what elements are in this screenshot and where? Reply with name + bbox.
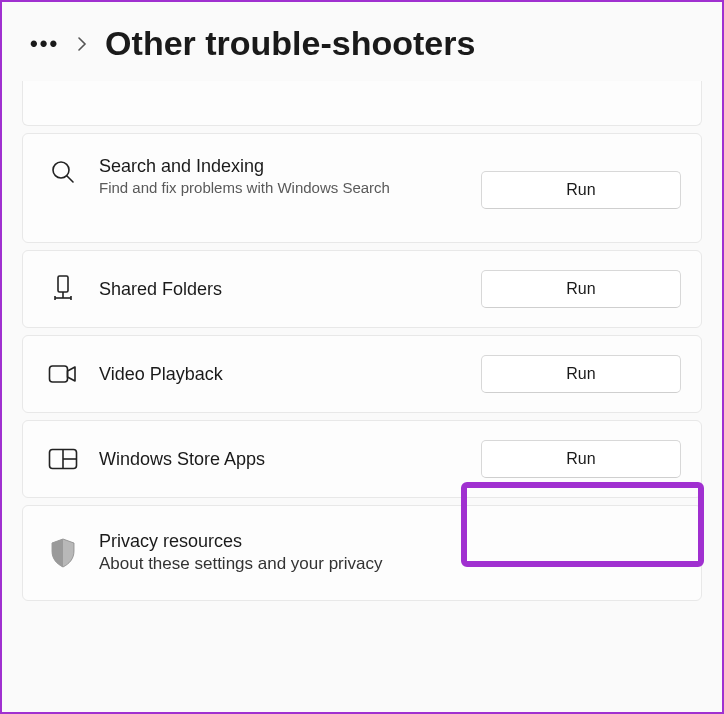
apps-icon xyxy=(47,443,79,475)
privacy-resources-item[interactable]: Privacy resources About these settings a… xyxy=(22,505,702,601)
search-icon xyxy=(47,156,79,188)
item-title: Search and Indexing xyxy=(99,156,481,177)
item-desc: About these settings and your privacy xyxy=(99,553,681,576)
run-button[interactable]: Run xyxy=(481,270,681,308)
run-button[interactable]: Run xyxy=(481,171,681,209)
troubleshooter-list: Search and Indexing Find and fix problem… xyxy=(2,81,722,601)
page-title: Other trouble-shooters xyxy=(105,24,475,63)
troubleshooter-item-shared-folders: Shared Folders Run xyxy=(22,250,702,328)
item-text: Search and Indexing Find and fix problem… xyxy=(99,156,481,198)
troubleshooter-item-video-playback: Video Playback Run xyxy=(22,335,702,413)
item-text: Video Playback xyxy=(99,364,481,385)
item-title: Windows Store Apps xyxy=(99,449,481,470)
item-text: Shared Folders xyxy=(99,279,481,300)
run-button[interactable]: Run xyxy=(481,440,681,478)
troubleshooter-item-windows-store-apps: Windows Store Apps Run xyxy=(22,420,702,498)
chevron-right-icon xyxy=(77,37,87,51)
shared-folder-icon xyxy=(47,273,79,305)
item-title: Shared Folders xyxy=(99,279,481,300)
svg-rect-7 xyxy=(50,366,68,382)
svg-line-1 xyxy=(67,176,73,182)
item-text: Windows Store Apps xyxy=(99,449,481,470)
item-desc: Find and fix problems with Windows Searc… xyxy=(99,178,481,198)
more-icon[interactable]: ••• xyxy=(30,31,59,57)
item-title: Privacy resources xyxy=(99,531,681,552)
video-icon xyxy=(47,358,79,390)
svg-rect-2 xyxy=(58,276,68,292)
shield-icon xyxy=(47,537,79,569)
breadcrumb-header: ••• Other trouble-shooters xyxy=(2,2,722,81)
item-title: Video Playback xyxy=(99,364,481,385)
item-text: Privacy resources About these settings a… xyxy=(99,531,681,576)
run-button[interactable]: Run xyxy=(481,355,681,393)
troubleshooter-item-search: Search and Indexing Find and fix problem… xyxy=(22,133,702,243)
troubleshooter-item-partial xyxy=(22,81,702,126)
